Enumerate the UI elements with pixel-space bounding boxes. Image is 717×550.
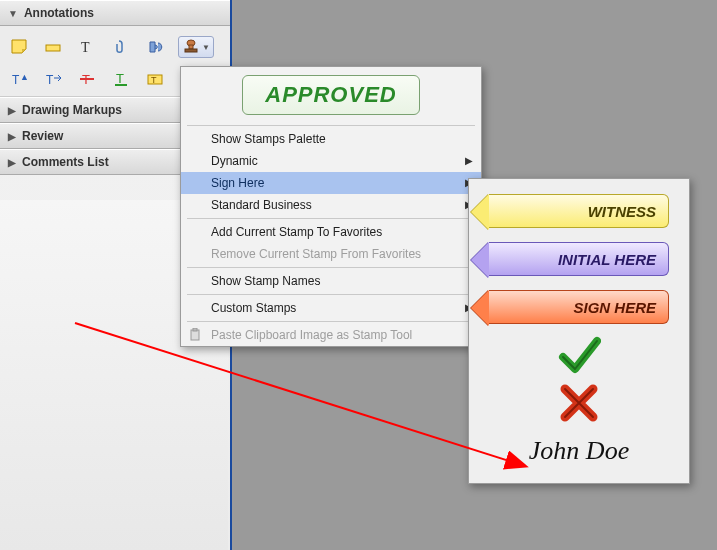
menu-remove-favorite: Remove Current Stamp From Favorites <box>181 243 481 265</box>
annotations-section-header[interactable]: ▼ Annotations <box>0 0 230 26</box>
svg-rect-3 <box>189 45 193 49</box>
submenu-arrow-icon: ▶ <box>465 155 473 166</box>
svg-rect-4 <box>185 49 197 52</box>
menu-separator <box>187 125 475 126</box>
menu-show-stamps-palette[interactable]: Show Stamps Palette <box>181 128 481 150</box>
menu-add-favorite[interactable]: Add Current Stamp To Favorites <box>181 221 481 243</box>
text-edit-tool[interactable]: T <box>76 36 100 58</box>
stamp-checkmark[interactable] <box>469 331 689 379</box>
menu-separator <box>187 321 475 322</box>
approved-stamp: APPROVED <box>242 75 419 115</box>
stamp-dropdown-menu: APPROVED Show Stamps Palette Dynamic ▶ S… <box>180 66 482 347</box>
review-label: Review <box>22 129 63 143</box>
expand-icon: ▶ <box>8 157 16 168</box>
menu-separator <box>187 218 475 219</box>
menu-separator <box>187 294 475 295</box>
replace-text-tool[interactable]: T <box>42 68 66 90</box>
menu-paste-clipboard: Paste Clipboard Image as Stamp Tool <box>181 324 481 346</box>
stamp-rejected-x[interactable] <box>469 379 689 427</box>
annotations-section-label: Annotations <box>24 6 94 20</box>
svg-rect-0 <box>46 45 60 51</box>
stamp-signature[interactable]: John Doe <box>469 427 689 475</box>
svg-text:T: T <box>151 75 157 85</box>
menu-sign-here[interactable]: Sign Here ▶ <box>181 172 481 194</box>
menu-separator <box>187 267 475 268</box>
text-box-tool[interactable]: T <box>144 68 168 90</box>
stamp-sign-here[interactable]: SIGN HERE <box>469 283 689 331</box>
comments-list-label: Comments List <box>22 155 109 169</box>
svg-text:T: T <box>46 73 54 87</box>
clipboard-icon <box>187 327 203 343</box>
svg-text:T: T <box>12 73 20 87</box>
underline-tool[interactable]: T <box>110 68 134 90</box>
svg-rect-15 <box>193 328 197 331</box>
expand-icon: ▶ <box>8 131 16 142</box>
sign-here-submenu: WITNESS INITIAL HERE SIGN HERE John Doe <box>468 178 690 484</box>
dropdown-icon: ▼ <box>202 43 210 52</box>
svg-text:▲: ▲ <box>20 72 29 82</box>
witness-arrow-stamp: WITNESS <box>489 194 669 228</box>
drawing-markups-label: Drawing Markups <box>22 103 122 117</box>
collapse-icon: ▼ <box>8 8 18 19</box>
stamp-initial-here[interactable]: INITIAL HERE <box>469 235 689 283</box>
checkmark-icon <box>557 335 601 375</box>
initial-here-arrow-stamp: INITIAL HERE <box>489 242 669 276</box>
menu-custom-stamps[interactable]: Custom Stamps ▶ <box>181 297 481 319</box>
menu-standard-business[interactable]: Standard Business ▶ <box>181 194 481 216</box>
strikethrough-tool[interactable]: T <box>76 68 100 90</box>
insert-text-tool[interactable]: T▲ <box>8 68 32 90</box>
menu-dynamic[interactable]: Dynamic ▶ <box>181 150 481 172</box>
sticky-note-tool[interactable] <box>8 36 32 58</box>
stamp-witness[interactable]: WITNESS <box>469 187 689 235</box>
expand-icon: ▶ <box>8 105 16 116</box>
x-icon <box>559 383 599 423</box>
svg-text:T: T <box>81 40 90 55</box>
highlight-tool[interactable] <box>42 36 66 58</box>
stamp-preview[interactable]: APPROVED <box>181 67 481 123</box>
attach-file-tool[interactable] <box>110 36 134 58</box>
menu-show-stamp-names[interactable]: Show Stamp Names <box>181 270 481 292</box>
sign-here-arrow-stamp: SIGN HERE <box>489 290 669 324</box>
svg-text:T: T <box>116 71 124 86</box>
record-audio-tool[interactable] <box>144 36 168 58</box>
stamp-tool[interactable]: ▼ <box>178 36 214 58</box>
